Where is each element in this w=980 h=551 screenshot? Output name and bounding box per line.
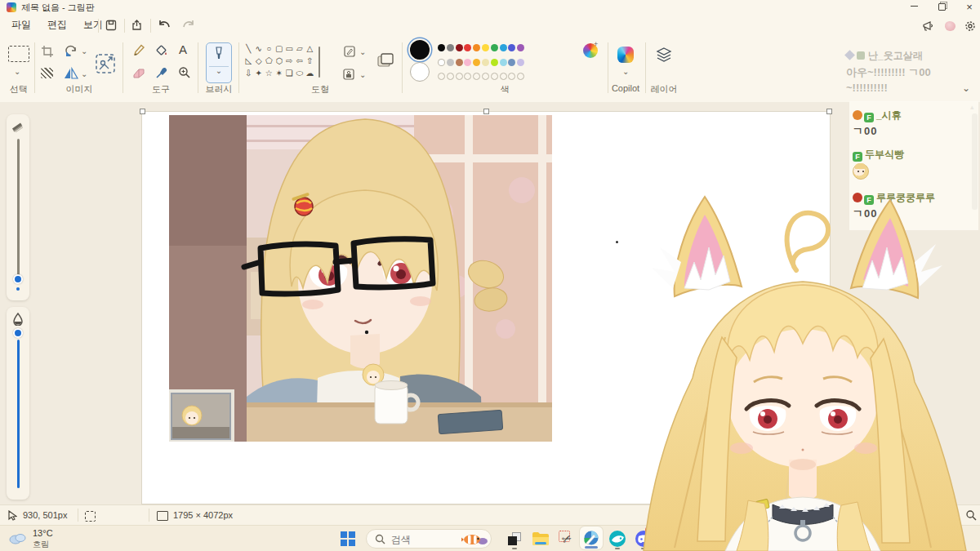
palette-color-r1-6[interactable] [491,44,498,51]
canvas-handle-topcenter[interactable] [483,109,489,114]
menu-item-1[interactable]: 편집 [39,15,75,35]
palette-empty-9[interactable] [517,73,524,80]
size-slider-thumb[interactable] [13,274,23,284]
palette-color-r1-3[interactable] [464,44,471,51]
rotate-chevron-icon[interactable]: ⌄ [81,47,87,56]
canvas-handle-topright[interactable] [826,109,832,114]
palette-color-r1-1[interactable] [447,44,454,51]
shape-12[interactable]: ⇦ [295,55,305,67]
share-icon[interactable] [131,19,144,32]
weather-cloud-icon[interactable] [8,531,28,544]
shape-4[interactable]: ▭ [284,42,295,55]
crop-icon[interactable] [41,45,54,58]
shape-outline-icon[interactable] [343,45,356,58]
palette-color-r1-0[interactable] [438,44,445,51]
shape-0[interactable]: ╲ [243,42,254,55]
shape-3[interactable]: ▢ [274,42,285,55]
palette-color-r1-9[interactable] [517,44,524,51]
settings-gear-icon[interactable] [964,20,977,33]
copilot-chevron-icon[interactable]: ⌄ [622,68,629,76]
eyedropper-icon[interactable] [155,66,168,79]
palette-empty-2[interactable] [456,73,463,80]
palette-empty-5[interactable] [482,73,489,80]
file-explorer-icon[interactable] [529,527,552,550]
shape-style-icon[interactable] [376,51,395,71]
copilot-icon[interactable] [617,47,634,63]
shape-13[interactable]: ⇧ [305,55,315,67]
palette-color-r2-7[interactable] [500,59,507,66]
shape-6[interactable]: △ [305,42,315,55]
shape-11[interactable]: ⇨ [284,55,295,67]
palette-empty-8[interactable] [508,73,515,80]
text-tool-icon[interactable]: A [179,42,187,56]
image-resize-icon[interactable] [95,53,116,74]
palette-empty-3[interactable] [464,73,471,80]
palette-empty-4[interactable] [473,73,480,80]
shape-16[interactable]: ☆ [264,67,274,79]
close-button[interactable]: × [957,0,980,15]
shape-7[interactable]: ◺ [243,55,254,67]
layers-icon[interactable] [655,47,673,64]
palette-color-r1-4[interactable] [473,44,480,51]
menu-item-0[interactable]: 파일 [3,15,39,35]
rotate-icon[interactable] [64,44,78,59]
shapes-scrollbar[interactable] [318,47,320,78]
save-icon[interactable] [105,19,118,32]
shape-18[interactable]: ❏ [284,67,295,79]
select-tool-icon[interactable] [8,46,29,62]
palette-color-r2-4[interactable] [473,59,480,66]
palette-empty-1[interactable] [447,73,454,80]
redo-icon[interactable] [181,19,196,32]
flip-icon[interactable] [64,67,78,80]
palette-color-r2-2[interactable] [456,59,463,66]
palette-color-r2-9[interactable] [517,59,524,66]
palette-color-r1-5[interactable] [482,44,489,51]
whale-browser-icon[interactable] [606,527,629,550]
magnifier-icon[interactable] [178,66,191,79]
feedback-megaphone-icon[interactable] [921,20,936,33]
weather-condition[interactable]: 흐림 [33,539,49,550]
shape-17[interactable]: ✶ [274,67,285,79]
undo-icon[interactable] [157,19,172,32]
search-box[interactable] [366,529,492,549]
flip-chevron-icon[interactable]: ⌄ [81,70,87,78]
palette-color-r1-7[interactable] [500,44,507,51]
opacity-slider-track[interactable] [17,340,20,488]
palette-color-r2-0[interactable] [438,59,445,66]
palette-color-r2-3[interactable] [464,59,471,66]
color2-swatch[interactable] [410,62,430,82]
palette-color-r2-1[interactable] [447,59,454,66]
eraser-icon[interactable] [132,67,145,78]
shape-2[interactable]: ○ [264,42,274,55]
palette-empty-7[interactable] [500,73,507,80]
search-input[interactable] [390,531,463,548]
brush-selector[interactable]: ⌄ [206,42,232,83]
palette-color-r1-2[interactable] [456,44,463,51]
brush-chevron-icon[interactable]: ⌄ [207,67,231,75]
restore-button[interactable] [929,0,954,15]
shape-15[interactable]: ✦ [254,67,265,79]
paint-taskbar-icon[interactable] [580,527,603,549]
shape-10[interactable]: ⬡ [274,55,285,67]
pencil-icon[interactable] [132,44,145,57]
pink-badge-icon[interactable] [945,21,956,31]
fill-bucket-icon[interactable] [155,44,168,57]
shape-5[interactable]: ▱ [295,42,305,55]
palette-color-r1-8[interactable] [508,44,515,51]
shape-8[interactable]: ◇ [254,55,265,67]
palette-color-r2-5[interactable] [482,59,489,66]
size-slider-track[interactable] [17,139,20,284]
fill-chevron-icon[interactable]: ⌄ [359,71,366,79]
start-button[interactable] [336,527,359,550]
palette-empty-0[interactable] [438,73,445,80]
palette-empty-6[interactable] [491,73,498,80]
minimize-button[interactable] [902,0,926,15]
shape-14[interactable]: ⇩ [243,67,254,79]
color1-swatch[interactable] [410,40,430,60]
weather-temperature[interactable]: 13°C [33,528,53,538]
shape-fill-icon[interactable] [342,68,355,81]
outline-chevron-icon[interactable]: ⌄ [359,48,366,56]
shape-20[interactable]: ☁ [305,67,315,79]
pattern-select-icon[interactable] [41,68,53,78]
shape-19[interactable]: ⬭ [295,67,305,79]
